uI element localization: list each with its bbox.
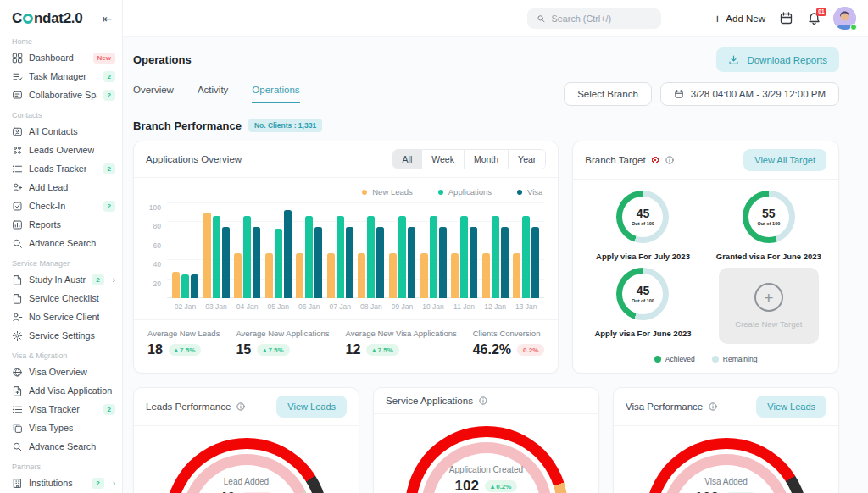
x-tick: 04 Jan xyxy=(236,302,259,311)
search-input[interactable] xyxy=(552,14,653,24)
bar-applications xyxy=(398,216,406,298)
donut-center-label: Application Created xyxy=(449,465,523,474)
create-new-target-label: Create New Target xyxy=(735,319,802,329)
sidebar-item-visa-tracker[interactable]: Visa Tracker2 xyxy=(12,400,115,418)
sidebar-item-label: Visa Types xyxy=(29,423,73,433)
sidebar-item-all-contacts[interactable]: All Contacts xyxy=(12,122,115,141)
bar-visa xyxy=(284,210,292,298)
bar-new-leads xyxy=(420,253,428,298)
tab-activity[interactable]: Activity xyxy=(198,85,228,103)
sidebar-item-label: Visa Overview xyxy=(29,367,87,377)
sidebar-item-badge: 2 xyxy=(92,478,103,489)
card-visa-performance: Visa PerformanceView LeadsVisa Added102▴… xyxy=(613,387,839,493)
bar-new-leads xyxy=(234,253,242,298)
sidebar-item-check-in[interactable]: Check-In2 xyxy=(12,197,115,215)
range-option-year[interactable]: Year xyxy=(508,150,545,169)
sidebar-item-add-lead[interactable]: Add Lead xyxy=(12,178,115,197)
add-new-button[interactable]: + Add New xyxy=(714,12,765,25)
bar-new-leads xyxy=(327,253,335,298)
x-tick: 12 Jan xyxy=(484,302,506,311)
target-granted-visa-for-june-2023: 55Out of 100Granted visa For June 2023 xyxy=(716,191,821,261)
download-icon xyxy=(728,54,739,65)
donut-center-value: 46 xyxy=(219,490,235,493)
range-option-month[interactable]: Month xyxy=(464,150,508,169)
search-box[interactable] xyxy=(527,8,661,29)
range-option-week[interactable]: Week xyxy=(421,150,464,169)
donut-delta-badge: ▴ 0.2% xyxy=(485,480,517,492)
legend-dot xyxy=(517,190,522,195)
target-apply-visa-for-june-2023: 45Out of 100Apply visa For June 2023 xyxy=(594,268,691,344)
sidebar-item-study-in-australia[interactable]: Study In Australia2› xyxy=(12,270,115,289)
sidebar-item-label: No Service Client xyxy=(29,312,99,322)
tab-operations[interactable]: Operations xyxy=(252,85,299,103)
sidebar-item-badge: 2 xyxy=(92,274,103,285)
x-tick: 03 Jan xyxy=(205,302,227,311)
sidebar-item-add-visa-application[interactable]: Add Visa Application xyxy=(12,381,115,400)
board-icon xyxy=(12,90,23,101)
clients-count-badge: No. Clients : 1,331 xyxy=(248,119,322,132)
plus-icon: + xyxy=(714,12,721,25)
target-legend-remaining: Remaining xyxy=(712,355,758,363)
bar-group-11-jan: 11 Jan xyxy=(451,203,477,311)
date-range-button[interactable]: 3/28 04:00 AM - 3/29 12:00 PM xyxy=(660,82,839,106)
stat-delta-badge: ▴ 7.5% xyxy=(366,344,398,356)
card-leads-performance: Leads PerformanceView LeadsLead Added46▴… xyxy=(133,387,359,493)
target-donut: 55Out of 100 xyxy=(743,191,795,243)
target-label: Granted visa For June 2023 xyxy=(716,252,821,261)
bar-visa xyxy=(439,227,447,298)
sidebar-item-reports[interactable]: Reports xyxy=(12,215,115,234)
sidebar-collapse-icon[interactable]: ⇤ xyxy=(103,13,112,25)
sidebar-item-leads-tracker[interactable]: Leads Tracker2 xyxy=(12,159,115,178)
bar-applications xyxy=(367,216,375,298)
info-icon xyxy=(236,402,246,412)
page-title: Operations xyxy=(133,53,192,66)
bar-visa xyxy=(191,274,198,298)
performance-donut: Visa Added102▴ 0.2% xyxy=(645,438,808,493)
sidebar-item-advance-search[interactable]: Advance Search xyxy=(12,437,115,456)
sidebar-item-service-checklist[interactable]: Service Checklist xyxy=(12,289,115,307)
range-option-all[interactable]: All xyxy=(393,150,422,169)
sidebar-item-service-settings[interactable]: Service Settings xyxy=(12,326,115,345)
calendar-icon xyxy=(779,11,793,25)
bar-visa xyxy=(222,227,230,298)
copy-icon xyxy=(12,423,23,434)
x-tick: 08 Jan xyxy=(360,302,382,311)
create-new-target-tile[interactable]: +Create New Target xyxy=(719,268,819,344)
bar-applications xyxy=(492,216,499,298)
download-reports-button[interactable]: Download Reports xyxy=(716,47,839,72)
select-branch-button[interactable]: Select Branch xyxy=(564,82,652,106)
calendar-button[interactable] xyxy=(779,11,793,25)
card-title: Leads Performance xyxy=(146,402,231,412)
sidebar-item-institutions[interactable]: Institutions2› xyxy=(12,474,115,492)
bar-new-leads xyxy=(265,253,273,298)
performance-cards-row: Leads PerformanceView LeadsLead Added46▴… xyxy=(133,387,839,493)
logo-text-left: C xyxy=(12,10,22,27)
sidebar-item-advance-search[interactable]: Advance Search xyxy=(12,234,115,252)
bar-group-09-jan: 09 Jan xyxy=(389,203,415,311)
target-label: Apply visa For July 2023 xyxy=(596,252,690,261)
stat-label: Average New Leads xyxy=(147,329,220,338)
bar-new-leads xyxy=(389,253,397,298)
y-tick: 60 xyxy=(144,241,161,250)
view-all-target-button[interactable]: View All Target xyxy=(743,149,826,171)
user-minus-icon xyxy=(12,312,23,323)
sidebar-item-dashboard[interactable]: DashboardNew xyxy=(12,48,115,67)
sidebar-nav: HomeDashboardNewTask Manager2Collaborati… xyxy=(12,37,115,493)
view-leads-button[interactable]: View Leads xyxy=(756,396,826,418)
sidebar-item-visa-types[interactable]: Visa Types xyxy=(12,418,115,437)
sidebar-item-label: Task Manager xyxy=(29,71,86,81)
sidebar-item-no-service-client[interactable]: No Service Client xyxy=(12,307,115,326)
gear-icon xyxy=(12,330,23,341)
notifications-button[interactable]: 01 xyxy=(807,11,821,25)
sidebar-item-leads-overview[interactable]: Leads Overview xyxy=(12,141,115,159)
avatar[interactable] xyxy=(833,7,856,30)
sidebar-item-task-manager[interactable]: Task Manager2 xyxy=(12,67,115,86)
tab-overview[interactable]: Overview xyxy=(133,85,174,103)
sidebar-item-visa-overview[interactable]: Visa Overview xyxy=(12,363,115,381)
sidebar-item-collaborative-space[interactable]: Collaborative Space2 xyxy=(12,86,115,104)
legend-dot xyxy=(362,190,367,195)
view-leads-button[interactable]: View Leads xyxy=(276,396,347,418)
search-icon xyxy=(12,238,23,249)
legend-label: Visa xyxy=(527,187,542,197)
bar-group-13-jan: 13 Jan xyxy=(513,203,539,311)
